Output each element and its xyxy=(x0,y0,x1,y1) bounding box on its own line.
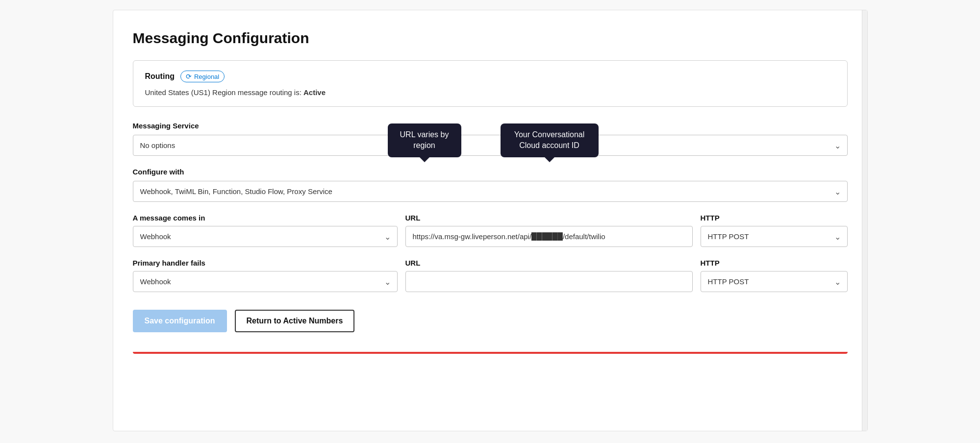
routing-badge[interactable]: ⟳ Regional xyxy=(180,71,225,82)
primary-handler-url-label: URL xyxy=(405,259,693,267)
configure-with-section: Configure with URL varies by region Your… xyxy=(133,168,848,202)
primary-handler-label: Primary handler fails xyxy=(133,259,398,267)
message-comes-in-label: A message comes in xyxy=(133,214,398,222)
tooltip-url-varies: URL varies by region xyxy=(388,123,461,157)
webhook-select[interactable]: Webhook xyxy=(133,226,398,247)
routing-status-text: United States (US1) Region message routi… xyxy=(145,88,304,97)
url-input[interactable] xyxy=(405,226,693,247)
primary-webhook-select-wrapper: Webhook ⌄ xyxy=(133,271,398,292)
page-container: Messaging Configuration Routing ⟳ Region… xyxy=(113,10,868,431)
webhook-select-wrapper: Webhook ⌄ xyxy=(133,226,398,247)
page-title: Messaging Configuration xyxy=(133,30,848,47)
primary-url-input[interactable] xyxy=(405,271,693,292)
primary-http-select[interactable]: HTTP POST xyxy=(701,271,848,292)
message-comes-in-http-label: HTTP xyxy=(701,214,848,222)
configure-with-select[interactable]: Webhook, TwiML Bin, Function, Studio Flo… xyxy=(133,181,848,202)
routing-label: Routing xyxy=(145,72,175,81)
routing-header: Routing ⟳ Regional xyxy=(145,71,835,82)
tooltip-account-id: Your Conversational Cloud account ID xyxy=(501,123,599,157)
messaging-service-label: Messaging Service xyxy=(133,122,848,130)
primary-handler-group: Primary handler fails URL HTTP Webhook ⌄… xyxy=(133,259,848,292)
http-post-select-wrapper: HTTP POST ⌄ xyxy=(701,226,848,247)
save-configuration-button[interactable]: Save configuration xyxy=(133,310,227,332)
routing-status-active: Active xyxy=(303,88,326,97)
configure-with-label: Configure with xyxy=(133,168,848,176)
messaging-service-wrapper: No options ⌄ xyxy=(133,135,848,156)
routing-badge-text: Regional xyxy=(194,73,219,80)
configure-with-wrapper: Webhook, TwiML Bin, Function, Studio Flo… xyxy=(133,181,848,202)
red-bottom-line xyxy=(133,352,848,354)
routing-box: Routing ⟳ Regional United States (US1) R… xyxy=(133,60,848,107)
primary-handler-http-label: HTTP xyxy=(701,259,848,267)
message-comes-in-inputs: Webhook ⌄ HTTP POST ⌄ xyxy=(133,226,848,247)
routing-status: United States (US1) Region message routi… xyxy=(145,88,835,97)
http-post-select[interactable]: HTTP POST xyxy=(701,226,848,247)
primary-webhook-select[interactable]: Webhook xyxy=(133,271,398,292)
primary-handler-headers: Primary handler fails URL HTTP xyxy=(133,259,848,267)
buttons-row: Save configuration Return to Active Numb… xyxy=(133,310,848,332)
message-comes-in-url-label: URL xyxy=(405,214,693,222)
primary-http-select-wrapper: HTTP POST ⌄ xyxy=(701,271,848,292)
primary-handler-inputs: Webhook ⌄ HTTP POST ⌄ xyxy=(133,271,848,292)
message-comes-in-group: A message comes in URL HTTP Webhook ⌄ HT… xyxy=(133,214,848,247)
messaging-service-select[interactable]: No options xyxy=(133,135,848,156)
return-to-active-numbers-button[interactable]: Return to Active Numbers xyxy=(235,310,355,332)
regional-icon: ⟳ xyxy=(186,73,192,80)
message-comes-in-headers: A message comes in URL HTTP xyxy=(133,214,848,222)
